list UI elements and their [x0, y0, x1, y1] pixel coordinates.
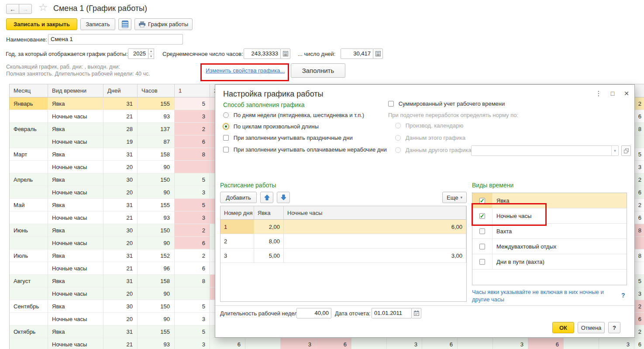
work-schedule-row[interactable]: 35,003,00 [220, 249, 466, 263]
avg-hours-calc-button[interactable] [280, 48, 290, 59]
radio-other-schedule: Данным другого графика [395, 147, 471, 153]
cell-hours: 152 [138, 249, 175, 262]
checkbox-icon[interactable] [479, 259, 485, 265]
cell-day-1: 8 [175, 275, 210, 287]
avg-hours-input[interactable]: 243,33333 [244, 48, 281, 59]
maximize-icon[interactable]: □ [607, 88, 618, 99]
checkbox-checked-icon[interactable]: ✓ [479, 213, 485, 219]
cell-day-14: 8 [634, 249, 644, 262]
cell-month [10, 161, 48, 173]
time-type-checkbox-cell [472, 239, 492, 254]
spin-down-icon[interactable]: ▼ [148, 54, 154, 59]
cell-day-11: 6 [528, 338, 564, 349]
year-input[interactable]: 2025 [128, 48, 148, 59]
checkbox-icon[interactable] [479, 244, 485, 249]
cell-day-1: 5 [175, 300, 210, 313]
radio-by-weekdays[interactable]: По дням недели (пятидневка, шестидневка … [223, 112, 364, 118]
help-button[interactable]: ? [608, 322, 620, 333]
cell-attendance: 5,00 [254, 249, 284, 263]
checkbox-holidays[interactable]: При заполнении учитывать праздничные дни [223, 135, 353, 141]
cell-time-type: Явка [48, 148, 103, 161]
cell-night-hours [284, 234, 466, 249]
close-icon[interactable]: × [621, 88, 632, 99]
cell-day-1: 6 [175, 237, 210, 249]
print-schedule-button[interactable]: График работы [134, 18, 193, 30]
radio-prod-calendar: Производ. календарю [395, 122, 463, 129]
fill-button[interactable]: Заполнить [291, 63, 345, 78]
checkbox-paid-nonworking[interactable]: При заполнении учитывать оплачиваемые не… [223, 146, 387, 153]
avg-days-calc-button[interactable] [373, 48, 383, 59]
checkbox-icon[interactable] [479, 228, 485, 234]
cell-month [10, 287, 48, 300]
checkbox-holidays-label: При заполнении учитывать праздничные дни [234, 135, 353, 141]
year-spinner[interactable]: ▲ ▼ [148, 48, 154, 59]
cell-night-hours: 3,00 [284, 249, 466, 263]
open-picker-button[interactable] [621, 145, 631, 156]
calculator-icon [375, 51, 381, 56]
cell-days: 31 [103, 275, 138, 287]
checkbox-checked-icon[interactable]: ✓ [479, 198, 485, 204]
back-button[interactable]: ← [6, 4, 19, 14]
journal-button[interactable] [118, 18, 131, 30]
work-schedule-row[interactable]: 12,006,00 [220, 220, 466, 234]
spin-up-icon[interactable]: ▲ [148, 49, 154, 54]
cancel-button[interactable]: Отмена [578, 322, 605, 333]
cell-month: Октябрь [10, 325, 48, 338]
time-type-checkbox-cell [472, 224, 492, 238]
name-input[interactable]: Смена 1 [48, 34, 183, 45]
cell-time-type: Явка [48, 173, 103, 186]
hint-help-icon[interactable]: ? [621, 292, 625, 299]
time-type-row[interactable]: ✓Явка [472, 193, 627, 208]
time-type-row[interactable]: Междувахтовый отдых [472, 239, 627, 254]
year-label: Год, за который отображается график рабо… [6, 51, 128, 57]
cell-time-type: Явка [48, 224, 103, 237]
column-header: Часов [138, 84, 175, 97]
move-down-button[interactable] [277, 192, 290, 203]
cell-time-type: Ночные часы [48, 211, 103, 224]
column-header: Явка [254, 206, 284, 220]
column-header: Вид времени [48, 84, 103, 97]
save-close-button[interactable]: Записать и закрыть [6, 18, 77, 30]
start-date-input[interactable]: 01.01.2011 [372, 308, 412, 318]
back-arrow-icon: ← [10, 6, 16, 13]
table-row[interactable]: Ночные часы21933636363636 [10, 338, 644, 349]
cell-day-1: 3 [175, 110, 210, 123]
checkbox-icon [223, 135, 229, 141]
cell-days: 21 [103, 338, 138, 349]
dropdown-arrow-icon[interactable]: ▾ [611, 146, 618, 155]
favorite-star-icon[interactable]: ☆ [38, 1, 48, 14]
cell-time-type: Ночные часы [48, 338, 103, 349]
time-type-row[interactable]: ✓Ночные часы [472, 208, 627, 224]
radio-disabled-icon [395, 147, 401, 153]
cell-day-number: 3 [220, 249, 254, 263]
cell-hours: 150 [138, 300, 175, 313]
save-button[interactable]: Записать [80, 18, 115, 30]
cell-time-type: Ночные часы [48, 161, 103, 173]
cell-day-14: 2 [634, 199, 644, 211]
avg-days-input[interactable]: 30,417 [341, 48, 373, 59]
cell-day-1: 6 [175, 262, 210, 275]
radio-by-cycles[interactable]: По циклам произвольной длины [223, 123, 319, 130]
calendar-button[interactable] [411, 308, 421, 318]
cell-hours: 87 [138, 135, 175, 148]
cell-month: Февраль [10, 123, 48, 135]
forward-button[interactable]: → [19, 4, 32, 14]
add-row-button[interactable]: Добавить [220, 192, 257, 203]
time-type-row[interactable]: Вахта [472, 224, 627, 239]
cell-day-1: 5 [175, 97, 210, 110]
work-schedule-row[interactable]: 28,00 [220, 234, 466, 249]
edit-schedule-properties-link[interactable]: Изменить свойства графика... [206, 67, 285, 74]
time-type-row[interactable]: Дни в пути (вахта) [472, 254, 627, 270]
cell-day-1: 5 [175, 325, 210, 338]
cell-day-14: 6 [634, 110, 644, 123]
move-up-button[interactable] [260, 192, 273, 203]
ok-button[interactable]: ОК [552, 322, 574, 333]
cell-attendance: 8,00 [254, 234, 284, 249]
more-button[interactable]: Еще ▾ [442, 192, 467, 203]
week-length-input[interactable]: 40,00 [296, 308, 331, 318]
more-menu-icon[interactable]: ⋮ [593, 88, 604, 99]
other-schedule-combobox[interactable]: ▾ [471, 145, 619, 156]
records-list-icon [122, 21, 128, 28]
checkbox-summary-accounting[interactable]: Суммированный учет рабочего времени [388, 100, 505, 107]
cell-hours: 90 [138, 161, 175, 173]
